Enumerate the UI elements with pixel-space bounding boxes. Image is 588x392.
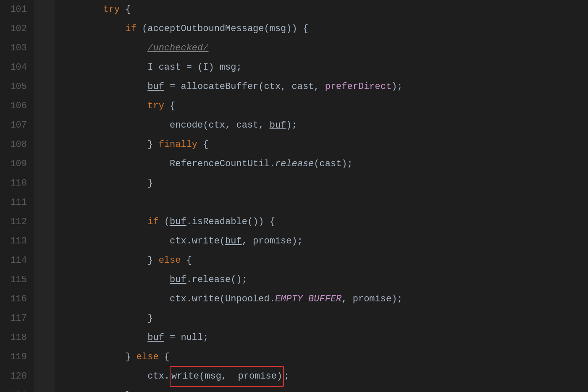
code-line: buf = allocateBuffer(ctx, cast, preferDi…	[59, 77, 588, 97]
code-line: buf = null;	[59, 328, 588, 348]
line-number: 102	[0, 19, 27, 39]
underline-text: buf	[225, 232, 242, 251]
code-line	[59, 193, 588, 212]
line-numbers: 1011021031041051061071081091101111121131…	[0, 0, 34, 392]
line-number: 118	[0, 328, 27, 348]
code-editor: 1011021031041051061071081091101111121131…	[0, 0, 588, 392]
code-text: ctx.	[147, 367, 170, 386]
code-text: = null;	[164, 328, 209, 348]
code-text: ctx.write(	[170, 232, 225, 251]
code-text: {	[181, 251, 192, 270]
code-area: try { if (acceptOutboundMessage(msg)) { …	[55, 0, 588, 392]
code-line: } else {	[59, 348, 588, 367]
purple-text: preferDirect	[325, 77, 391, 97]
code-text: }	[147, 309, 153, 328]
code-text: ReferenceCountUtil.	[170, 154, 275, 174]
line-number: 106	[0, 97, 27, 116]
code-text: (cast);	[314, 154, 352, 174]
line-number: 110	[0, 174, 27, 193]
code-line: I cast = (I) msg;	[59, 58, 588, 77]
code-line: } finally {	[59, 135, 588, 154]
code-text: I cast = (I) msg;	[147, 58, 242, 77]
code-line: }	[59, 386, 588, 392]
line-number: 112	[0, 212, 27, 232]
code-text: ctx.write(Unpooled.	[170, 290, 275, 309]
code-line: ctx.write(buf, promise);	[59, 232, 588, 251]
underline-text: buf	[147, 77, 164, 97]
code-line: /unchecked/	[59, 39, 588, 58]
line-number: 121	[0, 386, 27, 392]
keyword: try	[103, 0, 120, 19]
line-number: 120	[0, 367, 27, 386]
line-number: 114	[0, 251, 27, 270]
line-number: 111	[0, 193, 27, 212]
line-number: 113	[0, 232, 27, 251]
code-text: .release();	[186, 270, 247, 290]
code-text: , promise);	[242, 232, 303, 251]
line-number: 103	[0, 39, 27, 58]
underline-text: buf	[147, 328, 164, 348]
line-number: 105	[0, 77, 27, 97]
code-line: buf.release();	[59, 270, 588, 290]
italic-text: release	[275, 154, 314, 174]
code-text: (acceptOutboundMessage(msg)) {	[136, 19, 308, 39]
keyword: if	[147, 212, 158, 232]
code-line: if (buf.isReadable()) {	[59, 212, 588, 232]
code-text: }	[125, 348, 136, 367]
line-number: 108	[0, 135, 27, 154]
keyword: else	[136, 348, 159, 367]
line-number: 101	[0, 0, 27, 19]
underline-text: buf	[170, 270, 186, 290]
code-text: = allocateBuffer(ctx, cast,	[164, 77, 325, 97]
line-number: 104	[0, 58, 27, 77]
keyword: if	[125, 19, 136, 39]
code-line: } else {	[59, 251, 588, 270]
code-text: {	[159, 348, 170, 367]
code-text: );	[391, 77, 402, 97]
highlight-box: write(msg, promise)	[170, 366, 284, 387]
code-text: }	[125, 386, 131, 392]
code-line: try {	[59, 97, 588, 116]
code-text: }	[147, 174, 153, 193]
code-line: try {	[59, 0, 588, 19]
code-line: }	[59, 174, 588, 193]
line-number: 115	[0, 270, 27, 290]
code-text: encode(ctx, cast,	[170, 116, 270, 135]
line-number: 119	[0, 348, 27, 367]
code-line: ReferenceCountUtil.release(cast);	[59, 154, 588, 174]
keyword: finally	[159, 135, 197, 154]
code-line: encode(ctx, cast, buf);	[59, 116, 588, 135]
code-line: ctx.write(Unpooled.EMPTY_BUFFER, promise…	[59, 290, 588, 309]
keyword: else	[159, 251, 181, 270]
code-text: );	[286, 116, 297, 135]
keyword: try	[147, 97, 164, 116]
code-text: (	[159, 212, 170, 232]
code-line: if (acceptOutboundMessage(msg)) {	[59, 19, 588, 39]
code-text: }	[147, 251, 158, 270]
code-text: }	[147, 135, 158, 154]
code-text: {	[164, 97, 175, 116]
code-text: {	[197, 135, 208, 154]
code-text: , promise);	[341, 290, 402, 309]
code-text: ;	[284, 367, 289, 386]
code-text: .isReadable()) {	[186, 212, 275, 232]
underline-text: buf	[270, 116, 286, 135]
code-line: ctx.write(msg, promise);	[59, 367, 588, 386]
line-number: 109	[0, 154, 27, 174]
line-number: 116	[0, 290, 27, 309]
code-text: {	[120, 0, 131, 19]
underline-text: buf	[170, 212, 186, 232]
line-number: 117	[0, 309, 27, 328]
gutter	[34, 0, 55, 392]
line-number: 107	[0, 116, 27, 135]
comment: /unchecked/	[147, 39, 208, 58]
code-line: }	[59, 309, 588, 328]
pink-italic-text: EMPTY_BUFFER	[275, 290, 341, 309]
